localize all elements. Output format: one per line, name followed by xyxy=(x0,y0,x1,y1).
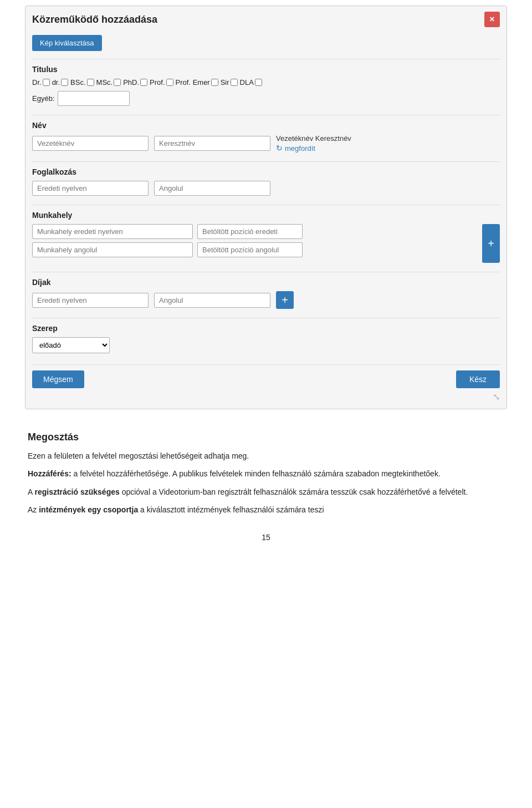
munkahely-angolul-input[interactable] xyxy=(32,242,193,257)
page-content: Megosztás Ezen a felületen a felvétel me… xyxy=(0,415,532,564)
modal-dialog: Közreműködő hozzáadása × Kép kiválasztás… xyxy=(25,6,507,409)
titulus-msc-label: MSc. xyxy=(96,78,113,87)
page-wrapper: Közreműködő hozzáadása × Kép kiválasztás… xyxy=(0,6,532,808)
titulus-prof-emer: Prof. Emer xyxy=(176,78,218,87)
resize-handle: ⤡ xyxy=(32,392,500,402)
titulus-dr-checkbox[interactable] xyxy=(43,79,50,86)
intezmenyek-strong: intézmények egy csoportja xyxy=(39,505,138,514)
munkahely-label: Munkahely xyxy=(32,211,500,220)
munkahely-layout: + xyxy=(32,224,500,263)
munkahely-add-button[interactable]: + xyxy=(482,224,500,263)
titulus-label: Titulus xyxy=(32,65,500,74)
titulus-bsc-label: BSc. xyxy=(70,78,85,87)
dijak-eredeti-input[interactable] xyxy=(32,293,149,308)
titulus-prof-label: Prof. xyxy=(150,78,165,87)
egyeb-input[interactable] xyxy=(58,91,130,106)
titulus-section: Titulus Dr. dr. BSc. MSc. xyxy=(32,59,500,106)
titulus-phd: PhD. xyxy=(123,78,147,87)
titulus-bsc: BSc. xyxy=(70,78,94,87)
dijak-row: + xyxy=(32,291,500,309)
paragraph2-text: a felvétel hozzáférhetősége. A publikus … xyxy=(71,469,441,478)
titulus-msc-checkbox[interactable] xyxy=(114,79,121,86)
paragraph1-text: Ezen a felületen a felvétel megosztási l… xyxy=(28,451,249,460)
dijak-label: Díjak xyxy=(32,278,500,287)
paragraph1: Ezen a felületen a felvétel megosztási l… xyxy=(28,450,504,462)
titulus-row: Dr. dr. BSc. MSc. PhD. xyxy=(32,78,500,87)
nev-preview: Vezetéknév Keresztnév ↻ megfordít xyxy=(276,134,351,153)
foglalkozas-row xyxy=(32,181,500,196)
titulus-prof-emer-checkbox[interactable] xyxy=(211,79,218,86)
close-button[interactable]: × xyxy=(484,12,500,27)
modal-header: Közreműködő hozzáadása × xyxy=(32,12,500,27)
paragraph4: Az intézmények egy csoportja a kiválaszt… xyxy=(28,504,504,516)
select-image-button[interactable]: Kép kiválasztása xyxy=(32,35,102,51)
titulus-phd-checkbox[interactable] xyxy=(140,79,147,86)
megosztás-title: Megosztás xyxy=(28,431,504,443)
nev-preview-text: Vezetéknév Keresztnév xyxy=(276,134,351,143)
reverse-label: megfordít xyxy=(285,144,315,153)
paragraph3: A regisztráció szükséges opcióval a Vide… xyxy=(28,486,504,498)
egyeb-label: Egyéb: xyxy=(32,94,54,103)
reverse-icon: ↻ xyxy=(276,144,283,153)
titulus-dla-checkbox[interactable] xyxy=(255,79,262,86)
paragraph2-prefix: Hozzáférés: xyxy=(28,469,71,478)
egyeb-row: Egyéb: xyxy=(32,91,500,106)
paragraph3-text: A regisztráció szükséges opcióval a Vide… xyxy=(28,487,468,496)
dijak-add-button[interactable]: + xyxy=(276,291,294,309)
foglalkozas-angolul-input[interactable] xyxy=(154,181,270,196)
titulus-dla-label: DLA xyxy=(240,78,254,87)
paragraph4-text: Az intézmények egy csoportja a kiválaszt… xyxy=(28,505,324,514)
titulus-bsc-checkbox[interactable] xyxy=(87,79,94,86)
dijak-section: Díjak + xyxy=(32,272,500,309)
megsem-button[interactable]: Mégsem xyxy=(32,370,84,388)
titulus-sir-checkbox[interactable] xyxy=(231,79,238,86)
munkahely-inputs xyxy=(32,224,478,263)
titulus-dr-lower: dr. xyxy=(52,78,68,87)
titulus-prof-checkbox[interactable] xyxy=(166,79,173,86)
titulus-sir-label: Sir xyxy=(221,78,229,87)
resize-icon: ⤡ xyxy=(493,392,500,402)
titulus-dr-label: Dr. xyxy=(32,78,42,87)
titulus-dr-lower-label: dr. xyxy=(52,78,60,87)
titulus-prof: Prof. xyxy=(150,78,173,87)
munkahely-row1 xyxy=(32,224,478,239)
modal-footer: Mégsem Kész xyxy=(32,364,500,388)
pozicio-eredeti-input[interactable] xyxy=(197,224,303,239)
nev-section: Név Vezetéknév Keresztnév ↻ megfordít xyxy=(32,115,500,153)
kesz-button[interactable]: Kész xyxy=(456,370,500,388)
munkahely-row2 xyxy=(32,242,478,257)
page-number: 15 xyxy=(28,533,504,542)
paragraph2: Hozzáférés: a felvétel hozzáférhetősége.… xyxy=(28,467,504,480)
registracio-strong: regisztráció szükséges xyxy=(34,487,119,496)
titulus-dla: DLA xyxy=(240,78,262,87)
reverse-link[interactable]: ↻ megfordít xyxy=(276,144,351,153)
titulus-dr: Dr. xyxy=(32,78,50,87)
titulus-sir: Sir xyxy=(221,78,238,87)
munkahely-eredeti-input[interactable] xyxy=(32,224,193,239)
nev-label: Név xyxy=(32,121,500,130)
titulus-msc: MSc. xyxy=(96,78,121,87)
foglalkozas-section: Foglalkozás xyxy=(32,161,500,196)
titulus-dr-lower-checkbox[interactable] xyxy=(61,79,68,86)
munkahely-section: Munkahely + xyxy=(32,205,500,263)
szerep-label: Szerep xyxy=(32,324,500,333)
vezeteknev-input[interactable] xyxy=(32,136,149,151)
pozicio-angolul-input[interactable] xyxy=(197,242,303,257)
modal-title: Közreműködő hozzáadása xyxy=(32,14,157,26)
foglalkozas-eredeti-input[interactable] xyxy=(32,181,149,196)
nev-row: Vezetéknév Keresztnév ↻ megfordít xyxy=(32,134,500,153)
titulus-prof-emer-label: Prof. Emer xyxy=(176,78,210,87)
dijak-angolul-input[interactable] xyxy=(154,293,270,308)
titulus-phd-label: PhD. xyxy=(123,78,139,87)
szerep-select[interactable]: előadó szerző szervező moderátor xyxy=(32,337,110,353)
foglalkozas-label: Foglalkozás xyxy=(32,167,500,176)
keresztnev-input[interactable] xyxy=(154,136,270,151)
szerep-section: Szerep előadó szerző szervező moderátor xyxy=(32,318,500,353)
